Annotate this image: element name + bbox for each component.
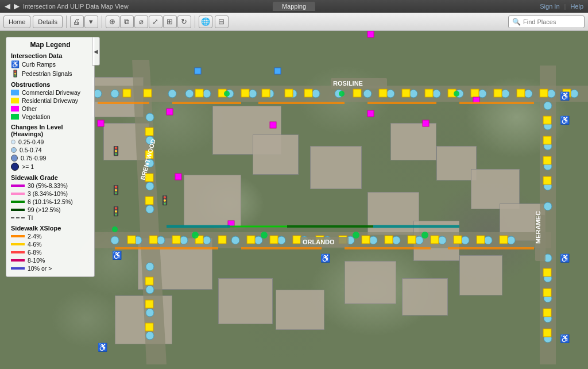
- layers-button[interactable]: ⊟: [215, 16, 229, 28]
- svg-rect-61: [127, 236, 136, 244]
- xslope-810-line: [11, 259, 25, 262]
- toolbar-icon-group-1: 🖨 ▾: [70, 16, 98, 28]
- legend-section-obstructions: Obstructions: [11, 81, 90, 88]
- svg-point-17: [409, 90, 417, 98]
- svg-text:♿: ♿: [112, 251, 122, 260]
- tab-mapping[interactable]: Mapping: [282, 3, 306, 10]
- svg-point-153: [224, 91, 230, 97]
- print-button[interactable]: 🖨: [70, 16, 84, 28]
- xslope-810-label: 8-10%: [28, 257, 45, 264]
- svg-point-102: [146, 263, 154, 271]
- svg-point-101: [146, 205, 154, 213]
- svg-rect-92: [543, 176, 551, 184]
- help-link[interactable]: Help: [570, 3, 583, 10]
- svg-point-100: [146, 182, 154, 190]
- svg-point-45: [157, 236, 165, 244]
- svg-point-58: [461, 236, 469, 244]
- zoom-in-button[interactable]: ⊕: [106, 16, 119, 28]
- separator: |: [564, 3, 566, 10]
- svg-point-20: [478, 90, 486, 98]
- svg-rect-27: [195, 89, 203, 97]
- svg-point-154: [339, 91, 345, 97]
- svg-rect-120: [423, 120, 429, 126]
- svg-rect-76: [477, 236, 485, 244]
- svg-point-83: [544, 202, 552, 210]
- map-container[interactable]: ♿ ♿ ♿ ♿ ♿ ♿ ♿ 🚦 🚦 🚦 🚦 ROSILINE ORLANDO M…: [0, 31, 588, 369]
- svg-point-8: [203, 90, 211, 98]
- svg-point-59: [484, 236, 492, 244]
- move-button[interactable]: ⊞: [163, 16, 177, 28]
- svg-rect-94: [543, 289, 551, 297]
- legend-item-xslope-10plus: 10% or >: [11, 265, 90, 272]
- heaving-1-label: >= 1: [22, 163, 34, 170]
- svg-rect-25: [123, 89, 131, 97]
- heaving-025-circle: [11, 140, 16, 144]
- xslope-46-line: [11, 243, 25, 245]
- svg-rect-119: [368, 110, 374, 117]
- extent-button[interactable]: ⤢: [149, 16, 163, 28]
- svg-rect-38: [471, 89, 479, 97]
- svg-rect-33: [353, 89, 361, 97]
- svg-rect-89: [543, 116, 551, 124]
- search-input[interactable]: [523, 18, 581, 25]
- sign-in-link[interactable]: Sign In: [540, 3, 559, 10]
- svg-rect-112: [145, 323, 153, 331]
- legend-section-grade: Sidewalk Grade: [11, 174, 90, 181]
- legend-item-xslope-46: 4-6%: [11, 241, 90, 248]
- svg-rect-65: [218, 236, 226, 244]
- svg-rect-66: [247, 236, 255, 244]
- svg-rect-34: [379, 89, 387, 97]
- heaving-05-label: 0.5-0.74: [20, 147, 42, 153]
- vegetation-swatch: [11, 114, 19, 120]
- svg-rect-123: [274, 68, 281, 74]
- legend-toggle-button[interactable]: ◀: [92, 37, 100, 66]
- svg-point-15: [363, 90, 372, 98]
- refresh-button[interactable]: ↻: [177, 16, 191, 28]
- svg-point-10: [249, 90, 257, 98]
- globe-button[interactable]: 🌐: [199, 16, 212, 28]
- svg-point-152: [112, 226, 118, 232]
- svg-rect-106: [145, 128, 153, 136]
- svg-rect-31: [285, 89, 293, 97]
- grade-30-line: [11, 184, 25, 187]
- home-button[interactable]: Home: [3, 16, 30, 28]
- measure-button[interactable]: ⌀: [134, 16, 148, 28]
- app-title: Intersection And ULIP Data Map View: [23, 3, 129, 10]
- dropdown-button[interactable]: ▾: [84, 16, 98, 28]
- title-bar: ◀ ▶ Intersection And ULIP Data Map View …: [0, 0, 588, 13]
- svg-text:♿: ♿: [560, 253, 570, 263]
- bookmark-button[interactable]: ⧉: [120, 16, 134, 28]
- svg-rect-29: [241, 89, 249, 97]
- svg-rect-35: [402, 89, 410, 97]
- legend-item-xslope-68: 6-8%: [11, 249, 90, 256]
- svg-rect-36: [425, 89, 433, 97]
- svg-point-43: [111, 236, 119, 244]
- svg-rect-63: [172, 236, 180, 244]
- svg-rect-73: [408, 236, 416, 244]
- heaving-05-circle: [11, 147, 17, 153]
- pedestrian-signal-icon: 🚦: [11, 70, 19, 78]
- svg-rect-93: [543, 268, 551, 276]
- legend-title: Map Legend: [11, 41, 90, 49]
- toolbar: Home Details 🖨 ▾ ⊕ ⧉ ⌀ ⤢ ⊞ ↻ 🌐 ⊟ 🔍: [0, 13, 588, 31]
- svg-text:♿: ♿: [98, 343, 108, 352]
- svg-point-7: [185, 90, 194, 98]
- svg-rect-39: [494, 89, 502, 97]
- svg-text:♿: ♿: [560, 91, 570, 101]
- forward-icon: ▶: [14, 2, 20, 10]
- svg-text:♿: ♿: [320, 253, 331, 263]
- other-swatch: [11, 106, 19, 112]
- svg-point-18: [432, 90, 440, 98]
- legend-item-pedestrian-signals: 🚦 Pedestrian Signals: [11, 70, 90, 78]
- svg-point-103: [146, 286, 154, 294]
- vegetation-label: Vegetation: [22, 113, 51, 120]
- legend-item-heaving-025: 0.25-0.49: [11, 139, 90, 145]
- svg-text:♿: ♿: [560, 334, 570, 344]
- toolbar-separator-3: [195, 16, 195, 28]
- svg-text:🚦: 🚦: [159, 195, 171, 206]
- svg-point-4: [94, 90, 102, 98]
- svg-point-105: [146, 332, 154, 340]
- svg-text:ORLANDO: ORLANDO: [303, 239, 335, 245]
- svg-rect-74: [431, 236, 439, 244]
- details-button[interactable]: Details: [33, 16, 63, 28]
